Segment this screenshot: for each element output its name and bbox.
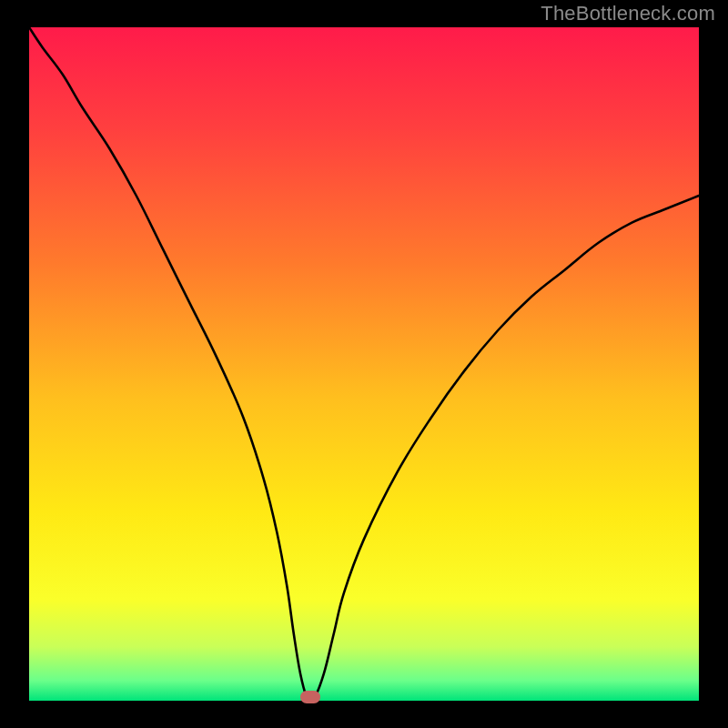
chart-frame: TheBottleneck.com	[0, 0, 728, 728]
plot-background	[29, 27, 699, 701]
watermark-text: TheBottleneck.com	[541, 2, 715, 25]
chart-svg	[0, 0, 728, 728]
optimum-marker	[300, 691, 320, 703]
